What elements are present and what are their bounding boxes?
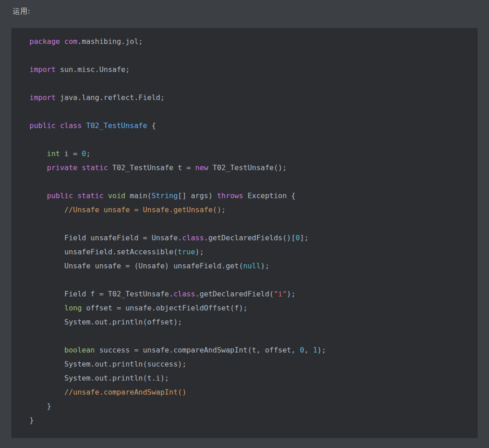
code-token-literal: null xyxy=(243,262,261,270)
code-token-keyword: class xyxy=(182,234,204,242)
code-token-plain: , xyxy=(304,346,313,354)
code-token-plain: System.out.println(offset); xyxy=(29,318,182,326)
code-token-keyword: import xyxy=(29,65,56,74)
code-token-plain xyxy=(82,121,86,130)
code-line: import java.lang.reflect.Field; xyxy=(29,91,469,105)
section-label: 运用: xyxy=(0,0,489,17)
code-token-plain: ); xyxy=(195,248,204,256)
code-token-keyword: package xyxy=(29,37,60,46)
code-token-string: "i" xyxy=(273,290,287,298)
code-line xyxy=(29,175,469,189)
code-token-classname: String xyxy=(152,191,178,200)
code-line: Field unsafeField = Unsafe.class.getDecl… xyxy=(29,231,469,245)
code-token-plain: unsafeField.setAccessible( xyxy=(29,248,178,256)
code-line xyxy=(29,217,469,231)
code-token-plain: T02_TestUnsafe(); xyxy=(208,163,287,172)
code-token-keyword: public xyxy=(47,191,73,200)
code-token-plain: main( xyxy=(125,191,152,200)
code-token-plain: offset = unsafe.objectFieldOffset(f); xyxy=(82,304,248,312)
code-token-plain xyxy=(29,205,64,214)
code-token-keyword: public xyxy=(29,121,56,130)
code-line: Field f = T02_TestUnsafe.class.getDeclar… xyxy=(29,287,469,301)
code-token-plain: .mashibing.jol; xyxy=(77,37,143,46)
code-line: } xyxy=(29,399,469,413)
code-token-comment: //Unsafe unsafe = Unsafe.getUnsafe(); xyxy=(64,205,225,214)
code-line: package com.mashibing.jol; xyxy=(29,34,469,48)
code-line: public static void main(String[] args) t… xyxy=(29,189,469,203)
code-line: unsafeField.setAccessible(true); xyxy=(29,245,469,259)
code-line: long offset = unsafe.objectFieldOffset(f… xyxy=(29,301,469,315)
code-token-plain xyxy=(104,191,108,200)
code-token-number: 0 xyxy=(296,234,300,242)
code-token-plain: System.out.println(t.i); xyxy=(29,374,169,382)
code-token-keyword: import xyxy=(29,93,56,102)
code-token-plain: } xyxy=(29,402,51,410)
code-token-keyword: class xyxy=(173,290,195,298)
code-token-plain: success = unsafe.compareAndSwapInt(t, of… xyxy=(95,346,300,354)
code-token-plain: ); xyxy=(287,290,295,298)
code-token-plain: Field f = T02_TestUnsafe. xyxy=(29,290,173,298)
code-token-plain xyxy=(29,191,47,200)
code-token-plain: Field unsafeField = Unsafe. xyxy=(29,234,182,242)
code-token-literal: true xyxy=(178,248,196,256)
code-token-comment: //unsafe.compareAndSwapInt() xyxy=(64,388,187,396)
code-token-plain: .getDeclaredField( xyxy=(195,290,273,298)
code-token-plain xyxy=(60,37,64,46)
code-token-plain xyxy=(77,163,82,172)
code-token-plain: T02_TestUnsafe t = xyxy=(108,163,195,172)
code-line xyxy=(29,76,469,91)
code-token-number: 1 xyxy=(313,346,317,354)
code-token-plain xyxy=(29,149,47,158)
code-token-plain xyxy=(29,346,64,354)
page: 运用: package com.mashibing.jol; import su… xyxy=(0,0,489,438)
code-line xyxy=(29,105,469,119)
code-token-keyword: new xyxy=(195,163,208,172)
code-line xyxy=(29,273,469,287)
code-token-plain: Exception { xyxy=(243,191,296,200)
code-token-plain: ]; xyxy=(300,234,308,242)
code-token-plain: sun.misc.Unsafe; xyxy=(56,65,130,74)
code-token-plain: .getDeclaredFields()[ xyxy=(204,234,295,242)
code-token-plain: } xyxy=(29,416,34,424)
code-line: System.out.println(success); xyxy=(29,357,469,371)
code-token-plain xyxy=(56,121,60,130)
code-line: private static T02_TestUnsafe t = new T0… xyxy=(29,161,469,175)
code-line: System.out.println(t.i); xyxy=(29,371,469,385)
code-token-keyword: class xyxy=(60,121,82,130)
code-line: int i = 0; xyxy=(29,147,469,161)
code-token-plain: { xyxy=(147,121,156,130)
code-token-keyword: private xyxy=(47,163,77,172)
code-line xyxy=(29,48,469,62)
code-token-plain: Unsafe unsafe = (Unsafe) unsafeField.get… xyxy=(29,262,243,270)
code-token-type: long xyxy=(64,304,82,312)
code-token-plain: System.out.println(success); xyxy=(29,360,187,368)
code-token-keyword: static xyxy=(77,191,104,200)
code-token-keyword: throws xyxy=(217,191,243,200)
code-line: } xyxy=(29,413,469,427)
code-token-plain xyxy=(29,163,47,172)
code-token-plain xyxy=(73,191,77,200)
code-token-plain: java.lang.reflect.Field; xyxy=(56,93,165,102)
code-line: //unsafe.compareAndSwapInt() xyxy=(29,385,469,399)
code-token-plain: [] args) xyxy=(178,191,217,200)
code-line xyxy=(29,133,469,147)
code-line: import sun.misc.Unsafe; xyxy=(29,62,469,76)
code-token-plain: ); xyxy=(317,346,326,354)
code-line: boolean success = unsafe.compareAndSwapI… xyxy=(29,343,469,357)
code-token-plain: ; xyxy=(86,149,91,158)
code-token-number: 0 xyxy=(82,149,86,158)
code-token-plain xyxy=(29,304,64,312)
code-token-type: int xyxy=(47,149,60,158)
code-line: //Unsafe unsafe = Unsafe.getUnsafe(); xyxy=(29,203,469,217)
code-line: System.out.println(offset); xyxy=(29,315,469,329)
code-line xyxy=(29,329,469,343)
code-token-classname: T02_TestUnsafe xyxy=(86,121,147,130)
code-token-type: void xyxy=(108,191,125,200)
code-token-plain: i = xyxy=(60,149,82,158)
code-token-keyword: com xyxy=(64,37,77,46)
code-token-plain: ); xyxy=(261,262,269,270)
code-token-keyword: static xyxy=(82,163,108,172)
code-token-plain xyxy=(29,388,64,396)
code-content: package com.mashibing.jol; import sun.mi… xyxy=(29,34,469,427)
code-block: package com.mashibing.jol; import sun.mi… xyxy=(11,28,478,438)
